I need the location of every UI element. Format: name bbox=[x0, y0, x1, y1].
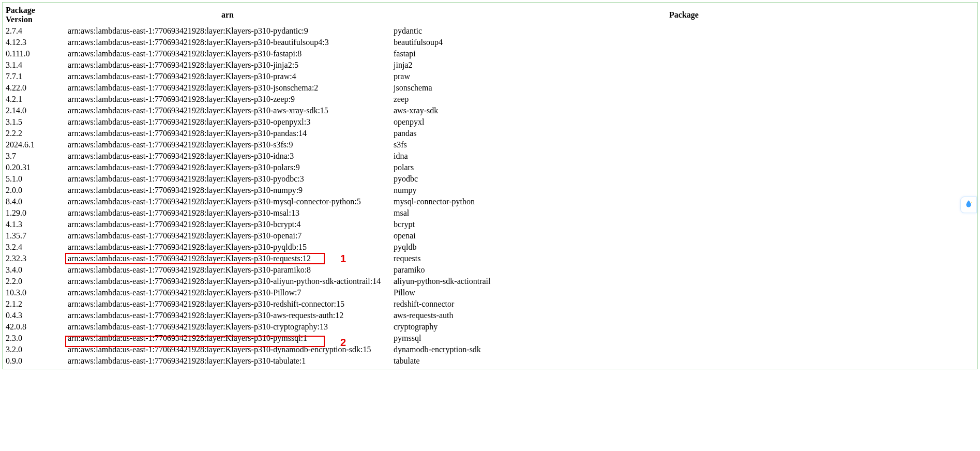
layers-table-container: Package Version arn Package 2.7.4arn:aws… bbox=[2, 2, 978, 369]
cell-arn: arn:aws:lambda:us-east-1:770693421928:la… bbox=[65, 59, 390, 71]
cell-version: 2024.6.1 bbox=[3, 139, 65, 151]
cell-arn: arn:aws:lambda:us-east-1:770693421928:la… bbox=[65, 276, 390, 287]
cell-version: 2.0.0 bbox=[3, 185, 65, 196]
cell-version: 2.1.2 bbox=[3, 298, 65, 310]
cell-version: 0.9.0 bbox=[3, 355, 65, 367]
cell-version: 4.12.3 bbox=[3, 37, 65, 48]
table-row: 2.32.3arn:aws:lambda:us-east-1:770693421… bbox=[3, 253, 977, 264]
cell-arn: arn:aws:lambda:us-east-1:770693421928:la… bbox=[65, 37, 390, 48]
cell-version: 4.22.0 bbox=[3, 82, 65, 94]
cell-arn: arn:aws:lambda:us-east-1:770693421928:la… bbox=[65, 82, 390, 94]
column-header-package: Package bbox=[390, 5, 977, 25]
cell-arn: arn:aws:lambda:us-east-1:770693421928:la… bbox=[65, 310, 390, 321]
cell-package: praw bbox=[390, 71, 977, 82]
cell-version: 4.2.1 bbox=[3, 94, 65, 105]
cell-package: zeep bbox=[390, 94, 977, 105]
table-row: 2.0.0arn:aws:lambda:us-east-1:7706934219… bbox=[3, 185, 977, 196]
cell-arn: arn:aws:lambda:us-east-1:770693421928:la… bbox=[65, 207, 390, 219]
table-row: 3.1.4arn:aws:lambda:us-east-1:7706934219… bbox=[3, 59, 977, 71]
table-row: 3.7arn:aws:lambda:us-east-1:770693421928… bbox=[3, 151, 977, 162]
cell-package: pydantic bbox=[390, 25, 977, 37]
cell-package: pyqldb bbox=[390, 242, 977, 253]
table-row: 3.1.5arn:aws:lambda:us-east-1:7706934219… bbox=[3, 116, 977, 128]
cell-package: aws-xray-sdk bbox=[390, 105, 977, 116]
cell-version: 0.4.3 bbox=[3, 310, 65, 321]
cell-version: 42.0.8 bbox=[3, 321, 65, 333]
table-row: 2024.6.1arn:aws:lambda:us-east-1:7706934… bbox=[3, 139, 977, 151]
cell-version: 1.35.7 bbox=[3, 230, 65, 242]
cell-version: 3.1.4 bbox=[3, 59, 65, 71]
cell-arn: arn:aws:lambda:us-east-1:770693421928:la… bbox=[65, 333, 390, 344]
cell-package: paramiko bbox=[390, 264, 977, 276]
cell-arn: arn:aws:lambda:us-east-1:770693421928:la… bbox=[65, 253, 390, 264]
cell-arn: arn:aws:lambda:us-east-1:770693421928:la… bbox=[65, 94, 390, 105]
cell-arn: arn:aws:lambda:us-east-1:770693421928:la… bbox=[65, 25, 390, 37]
cell-package: jinja2 bbox=[390, 59, 977, 71]
table-row: 2.2.2arn:aws:lambda:us-east-1:7706934219… bbox=[3, 128, 977, 139]
droplet-badge[interactable] bbox=[960, 197, 977, 213]
cell-arn: arn:aws:lambda:us-east-1:770693421928:la… bbox=[65, 196, 390, 207]
cell-arn: arn:aws:lambda:us-east-1:770693421928:la… bbox=[65, 128, 390, 139]
cell-version: 3.7 bbox=[3, 151, 65, 162]
table-row: 0.111.0arn:aws:lambda:us-east-1:77069342… bbox=[3, 48, 977, 59]
table-row: 0.4.3arn:aws:lambda:us-east-1:7706934219… bbox=[3, 310, 977, 321]
cell-arn: arn:aws:lambda:us-east-1:770693421928:la… bbox=[65, 139, 390, 151]
table-row: 4.22.0arn:aws:lambda:us-east-1:770693421… bbox=[3, 82, 977, 94]
cell-arn: arn:aws:lambda:us-east-1:770693421928:la… bbox=[65, 162, 390, 173]
cell-package: pymssql bbox=[390, 333, 977, 344]
cell-arn: arn:aws:lambda:us-east-1:770693421928:la… bbox=[65, 355, 390, 367]
table-row: 4.2.1arn:aws:lambda:us-east-1:7706934219… bbox=[3, 94, 977, 105]
cell-package: aliyun-python-sdk-actiontrail bbox=[390, 276, 977, 287]
cell-package: beautifulsoup4 bbox=[390, 37, 977, 48]
cell-arn: arn:aws:lambda:us-east-1:770693421928:la… bbox=[65, 242, 390, 253]
cell-arn: arn:aws:lambda:us-east-1:770693421928:la… bbox=[65, 116, 390, 128]
table-row: 2.7.4arn:aws:lambda:us-east-1:7706934219… bbox=[3, 25, 977, 37]
cell-arn: arn:aws:lambda:us-east-1:770693421928:la… bbox=[65, 230, 390, 242]
cell-arn: arn:aws:lambda:us-east-1:770693421928:la… bbox=[65, 344, 390, 355]
table-row: 0.9.0arn:aws:lambda:us-east-1:7706934219… bbox=[3, 355, 977, 367]
table-row: 0.20.31arn:aws:lambda:us-east-1:77069342… bbox=[3, 162, 977, 173]
table-row: 2.1.2arn:aws:lambda:us-east-1:7706934219… bbox=[3, 298, 977, 310]
column-header-arn: arn bbox=[65, 5, 390, 25]
table-row: 4.12.3arn:aws:lambda:us-east-1:770693421… bbox=[3, 37, 977, 48]
cell-package: idna bbox=[390, 151, 977, 162]
column-header-version: Package Version bbox=[3, 5, 65, 25]
cell-arn: arn:aws:lambda:us-east-1:770693421928:la… bbox=[65, 151, 390, 162]
layers-table: Package Version arn Package 2.7.4arn:aws… bbox=[3, 5, 977, 367]
cell-package: dynamodb-encryption-sdk bbox=[390, 344, 977, 355]
table-row: 10.3.0arn:aws:lambda:us-east-1:770693421… bbox=[3, 287, 977, 298]
cell-version: 3.2.4 bbox=[3, 242, 65, 253]
cell-package: s3fs bbox=[390, 139, 977, 151]
cell-package: openpyxl bbox=[390, 116, 977, 128]
table-row: 5.1.0arn:aws:lambda:us-east-1:7706934219… bbox=[3, 173, 977, 185]
table-row: 3.2.0arn:aws:lambda:us-east-1:7706934219… bbox=[3, 344, 977, 355]
cell-arn: arn:aws:lambda:us-east-1:770693421928:la… bbox=[65, 321, 390, 333]
cell-package: polars bbox=[390, 162, 977, 173]
cell-package: cryptography bbox=[390, 321, 977, 333]
table-row: 1.35.7arn:aws:lambda:us-east-1:770693421… bbox=[3, 230, 977, 242]
cell-arn: arn:aws:lambda:us-east-1:770693421928:la… bbox=[65, 105, 390, 116]
cell-package: jsonschema bbox=[390, 82, 977, 94]
cell-arn: arn:aws:lambda:us-east-1:770693421928:la… bbox=[65, 48, 390, 59]
cell-version: 7.7.1 bbox=[3, 71, 65, 82]
table-row: 3.2.4arn:aws:lambda:us-east-1:7706934219… bbox=[3, 242, 977, 253]
cell-package: numpy bbox=[390, 185, 977, 196]
cell-arn: arn:aws:lambda:us-east-1:770693421928:la… bbox=[65, 185, 390, 196]
cell-package: bcrypt bbox=[390, 219, 977, 230]
cell-version: 8.4.0 bbox=[3, 196, 65, 207]
cell-version: 2.32.3 bbox=[3, 253, 65, 264]
cell-version: 2.2.2 bbox=[3, 128, 65, 139]
table-row: 7.7.1arn:aws:lambda:us-east-1:7706934219… bbox=[3, 71, 977, 82]
table-row: 8.4.0arn:aws:lambda:us-east-1:7706934219… bbox=[3, 196, 977, 207]
cell-version: 4.1.3 bbox=[3, 219, 65, 230]
cell-package: aws-requests-auth bbox=[390, 310, 977, 321]
cell-version: 3.1.5 bbox=[3, 116, 65, 128]
cell-version: 2.3.0 bbox=[3, 333, 65, 344]
cell-version: 2.14.0 bbox=[3, 105, 65, 116]
cell-version: 5.1.0 bbox=[3, 173, 65, 185]
cell-package: Pillow bbox=[390, 287, 977, 298]
cell-package: mysql-connector-python bbox=[390, 196, 977, 207]
cell-package: openai bbox=[390, 230, 977, 242]
cell-package: msal bbox=[390, 207, 977, 219]
cell-package: pyodbc bbox=[390, 173, 977, 185]
